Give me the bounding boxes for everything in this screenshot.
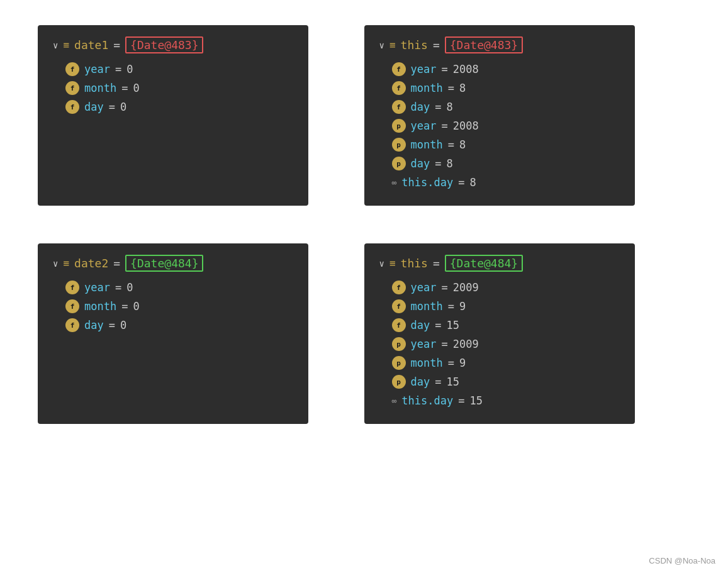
- field-name: day: [411, 157, 430, 170]
- field-name: month: [411, 357, 443, 369]
- debug-panels-container: ∨≡date1 = {Date@483}fyear = 0fmonth = 0f…: [0, 0, 728, 449]
- field-value: 8: [469, 176, 476, 189]
- field-name: month: [411, 300, 443, 313]
- chevron-icon: ∨: [53, 40, 58, 50]
- field-equals: =: [109, 101, 115, 113]
- field-row: pmonth = 9: [379, 356, 620, 370]
- oo-badge-icon: ∞: [392, 394, 397, 408]
- field-row: fmonth = 0: [53, 81, 293, 95]
- field-row: fmonth = 0: [53, 299, 293, 313]
- field-equals: =: [448, 357, 454, 369]
- field-value: 9: [459, 300, 466, 313]
- field-value: 15: [446, 319, 459, 331]
- field-row: pmonth = 8: [379, 138, 620, 152]
- field-value: 0: [120, 319, 126, 331]
- field-value: 9: [459, 357, 466, 369]
- f-badge-icon: f: [392, 62, 406, 76]
- field-row: fday = 0: [53, 318, 293, 332]
- p-badge-icon: p: [392, 119, 406, 133]
- field-name: day: [84, 319, 104, 331]
- field-row: fmonth = 8: [379, 81, 620, 95]
- chevron-icon: ∨: [53, 259, 58, 269]
- f-badge-icon: f: [65, 100, 79, 114]
- field-equals: =: [441, 63, 447, 75]
- equals-sign: =: [433, 38, 440, 52]
- field-row: fyear = 0: [53, 62, 293, 76]
- field-value: 15: [469, 394, 482, 407]
- list-icon: ≡: [63, 39, 69, 51]
- field-equals: =: [448, 300, 454, 313]
- panel-date1: ∨≡date1 = {Date@483}fyear = 0fmonth = 0f…: [38, 25, 308, 206]
- field-equals: =: [441, 120, 447, 132]
- oo-badge-icon: ∞: [392, 175, 397, 189]
- p-badge-icon: p: [392, 157, 406, 170]
- field-name: year: [411, 120, 437, 132]
- field-equals: =: [441, 281, 447, 294]
- field-value: 2009: [453, 281, 479, 294]
- field-name: year: [411, 338, 437, 350]
- p-badge-icon: p: [392, 337, 406, 351]
- field-row: fyear = 2008: [379, 62, 620, 76]
- field-row: ∞this.day = 15: [379, 394, 620, 408]
- equals-sign: =: [113, 257, 120, 270]
- field-name: month: [84, 82, 116, 94]
- field-equals: =: [121, 82, 128, 94]
- field-row: fday = 0: [53, 100, 293, 114]
- field-equals: =: [435, 319, 441, 331]
- ref-box: {Date@484}: [125, 255, 203, 272]
- field-value: 8: [446, 157, 452, 170]
- panel-header: ∨≡date2 = {Date@484}: [53, 255, 293, 272]
- field-name: year: [411, 63, 437, 75]
- field-name: month: [84, 300, 116, 313]
- field-name: year: [411, 281, 437, 294]
- field-row: fmonth = 9: [379, 299, 620, 313]
- field-value: 8: [459, 138, 466, 151]
- f-badge-icon: f: [65, 299, 79, 313]
- field-equals: =: [121, 300, 128, 313]
- field-name: this.day: [401, 176, 453, 189]
- field-row: ∞this.day = 8: [379, 175, 620, 189]
- f-badge-icon: f: [392, 81, 406, 95]
- f-badge-icon: f: [392, 299, 406, 313]
- field-name: year: [84, 281, 110, 294]
- panel-this1: ∨≡this = {Date@483}fyear = 2008fmonth = …: [364, 25, 635, 206]
- field-equals: =: [441, 338, 447, 350]
- field-equals: =: [448, 138, 454, 151]
- variable-name: this: [401, 38, 428, 52]
- list-icon: ≡: [389, 39, 396, 51]
- field-name: day: [411, 376, 430, 388]
- field-row: pday = 8: [379, 157, 620, 170]
- ref-box: {Date@483}: [125, 36, 203, 53]
- field-equals: =: [109, 319, 115, 331]
- field-name: day: [411, 101, 430, 113]
- field-name: day: [84, 101, 104, 113]
- field-value: 0: [120, 101, 126, 113]
- field-row: pday = 15: [379, 375, 620, 389]
- field-name: month: [411, 82, 443, 94]
- list-icon: ≡: [63, 257, 69, 269]
- panel-header: ∨≡this = {Date@483}: [379, 36, 620, 53]
- variable-name: date2: [74, 257, 108, 270]
- field-name: year: [84, 63, 110, 75]
- panel-this2: ∨≡this = {Date@484}fyear = 2009fmonth = …: [364, 243, 635, 424]
- field-value: 0: [126, 281, 133, 294]
- field-row: fyear = 2009: [379, 281, 620, 294]
- equals-sign: =: [433, 257, 440, 270]
- list-icon: ≡: [389, 257, 396, 269]
- field-value: 8: [459, 82, 466, 94]
- field-value: 0: [133, 82, 139, 94]
- field-name: day: [411, 319, 430, 331]
- field-equals: =: [435, 157, 441, 170]
- field-name: this.day: [401, 394, 453, 407]
- chevron-icon: ∨: [379, 40, 384, 50]
- field-value: 15: [446, 376, 459, 388]
- field-row: fyear = 0: [53, 281, 293, 294]
- panel-header: ∨≡date1 = {Date@483}: [53, 36, 293, 53]
- equals-sign: =: [113, 38, 120, 52]
- panel-date2: ∨≡date2 = {Date@484}fyear = 0fmonth = 0f…: [38, 243, 308, 424]
- variable-name: date1: [74, 38, 108, 52]
- f-badge-icon: f: [65, 318, 79, 332]
- chevron-icon: ∨: [379, 259, 384, 269]
- field-equals: =: [115, 281, 121, 294]
- field-equals: =: [115, 63, 121, 75]
